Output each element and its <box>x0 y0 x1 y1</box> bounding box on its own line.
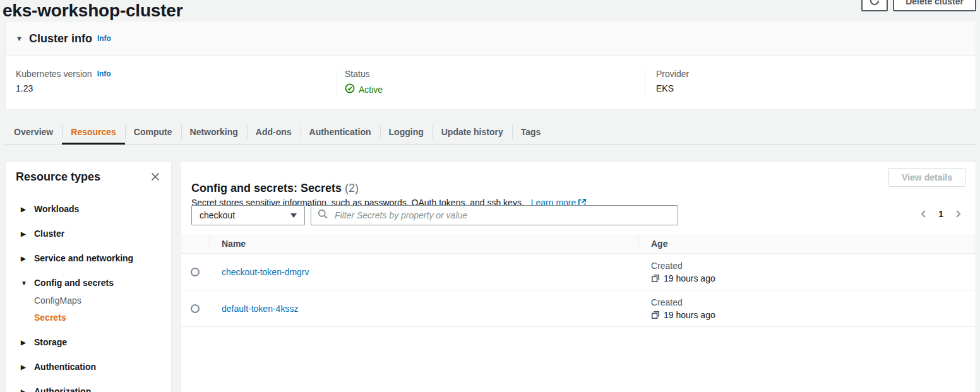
sidebar-item-cluster[interactable]: ▶ Cluster <box>21 227 164 241</box>
resource-group-service-networking: ▶ Service and networking <box>21 251 164 266</box>
resource-group-storage: ▶ Storage <box>21 335 164 350</box>
cluster-info-fields: Kubernetes version Info 1.23 Status Acti… <box>6 56 976 95</box>
resource-group-config-secrets: ▼ Config and secrets ConfigMaps Secrets <box>21 276 164 325</box>
sidebar-item-authentication[interactable]: ▶ Authentication <box>21 360 164 374</box>
chevron-right-icon: ▶ <box>21 384 28 392</box>
tab-update-history[interactable]: Update history <box>433 120 512 144</box>
chevron-right-icon: ▶ <box>21 202 28 217</box>
sidebar-item-label: Storage <box>34 335 67 350</box>
resource-group-workloads: ▶ Workloads <box>21 202 164 217</box>
chevron-right-icon: ▶ <box>21 335 28 350</box>
header-actions: Delete cluster <box>861 0 976 11</box>
status-check-icon <box>345 83 355 95</box>
chevron-left-icon <box>919 211 929 221</box>
sidebar-item-storage[interactable]: ▶ Storage <box>21 335 164 350</box>
resource-types-panel: Resource types ▶ Workloads ▶ Cluste <box>5 161 172 392</box>
row-radio-button[interactable] <box>191 304 200 313</box>
sidebar-item-label: Cluster <box>34 227 64 241</box>
created-label: Created <box>651 297 976 307</box>
tab-authentication[interactable]: Authentication <box>301 120 380 144</box>
page: eks-workshop-cluster Delete cluster ▼ Cl… <box>0 0 980 392</box>
sidebar-item-configmaps[interactable]: ConfigMaps <box>34 294 164 308</box>
tab-tags[interactable]: Tags <box>512 120 550 144</box>
cluster-info-info-link[interactable]: Info <box>97 34 111 43</box>
chevron-right-icon <box>953 211 963 221</box>
secrets-title: Config and secrets: Secrets (2) <box>191 177 359 195</box>
page-title: eks-workshop-cluster <box>3 1 182 21</box>
caret-down-icon <box>290 213 297 218</box>
age-cell: Created 19 hours ago <box>651 255 976 289</box>
config-secrets-sublist: ConfigMaps Secrets <box>21 294 164 325</box>
age-column-header: Age <box>638 239 976 249</box>
copy-icon[interactable] <box>651 311 660 319</box>
sidebar-item-label: Authentication <box>34 360 96 374</box>
view-details-button[interactable]: View details <box>888 168 965 187</box>
collapse-triangle-icon: ▼ <box>16 35 23 42</box>
refresh-icon <box>869 0 880 8</box>
sidebar-item-secrets[interactable]: Secrets <box>34 311 164 325</box>
field-provider: Provider EKS <box>645 69 965 95</box>
secret-name-link[interactable]: checkout-token-dmgrv <box>222 267 309 277</box>
resource-group-cluster: ▶ Cluster <box>21 227 164 241</box>
secrets-title-text: Config and secrets: Secrets <box>191 182 342 194</box>
sidebar-item-label: Authorization <box>34 384 91 392</box>
tab-networking[interactable]: Networking <box>181 120 247 144</box>
resource-type-list: ▶ Workloads ▶ Cluster ▶ Service and netw… <box>6 202 171 392</box>
sidebar-item-service-and-networking[interactable]: ▶ Service and networking <box>21 251 164 266</box>
sidebar-item-authorization[interactable]: ▶ Authorization <box>21 384 164 392</box>
table-header-row: Name Age <box>181 234 976 254</box>
secrets-panel: Config and secrets: Secrets (2) View det… <box>180 161 976 392</box>
tab-compute[interactable]: Compute <box>125 120 181 144</box>
secret-name-link[interactable]: default-token-4kssz <box>222 304 298 314</box>
chevron-right-icon: ▶ <box>21 227 28 241</box>
pagination: 1 <box>917 208 964 220</box>
provider-value: EKS <box>656 83 965 93</box>
row-radio-button[interactable] <box>191 268 200 276</box>
close-panel-button[interactable] <box>148 170 162 184</box>
page-number[interactable]: 1 <box>938 209 943 219</box>
resource-types-title: Resource types <box>16 170 100 184</box>
filter-dropdown[interactable]: checkout <box>191 205 305 225</box>
sidebar-item-label: Config and secrets <box>34 276 114 290</box>
sidebar-item-workloads[interactable]: ▶ Workloads <box>21 202 164 217</box>
previous-page-button[interactable] <box>917 208 930 220</box>
age-value: 19 hours ago <box>664 310 715 320</box>
chevron-down-icon: ▼ <box>21 276 28 290</box>
cluster-info-card: ▼ Cluster info Info Kubernetes version I… <box>5 21 976 110</box>
search-input[interactable] <box>333 210 671 221</box>
sidebar-item-label: Service and networking <box>34 251 133 266</box>
kubernetes-version-label: Kubernetes version <box>16 69 92 79</box>
kubernetes-version-info-link[interactable]: Info <box>97 69 111 78</box>
cluster-info-expander[interactable]: ▼ Cluster info Info <box>6 21 976 56</box>
filter-dropdown-value: checkout <box>200 210 235 220</box>
sidebar-item-config-and-secrets[interactable]: ▼ Config and secrets <box>21 276 164 290</box>
cluster-info-title: Cluster info <box>29 32 92 45</box>
table-row: checkout-token-dmgrv Created 19 hours a <box>181 254 976 290</box>
sidebar-item-label: Workloads <box>34 202 79 217</box>
tab-overview[interactable]: Overview <box>5 120 62 144</box>
table-row: default-token-4kssz Created 19 hours ag <box>181 290 976 327</box>
status-value: Active <box>359 85 383 95</box>
secrets-count: (2) <box>345 182 359 194</box>
next-page-button[interactable] <box>952 208 964 220</box>
refresh-button[interactable] <box>861 0 888 11</box>
chevron-right-icon: ▶ <box>21 251 28 266</box>
status-badge: Active <box>345 83 645 95</box>
chevron-right-icon: ▶ <box>21 360 28 374</box>
status-label: Status <box>345 69 370 79</box>
age-value: 19 hours ago <box>664 273 715 283</box>
search-icon <box>318 209 328 222</box>
field-status: Status Active <box>337 69 645 95</box>
cluster-tabs: Overview Resources Compute Networking Ad… <box>5 120 976 145</box>
resource-group-authorization: ▶ Authorization <box>21 384 164 392</box>
close-icon <box>151 174 160 183</box>
delete-cluster-button[interactable]: Delete cluster <box>893 0 976 11</box>
provider-label: Provider <box>656 69 689 79</box>
resource-types-header: Resource types <box>6 162 171 184</box>
name-column-header: Name <box>209 239 638 249</box>
tab-resources[interactable]: Resources <box>62 120 125 144</box>
tab-logging[interactable]: Logging <box>380 120 433 144</box>
copy-icon[interactable] <box>651 274 660 283</box>
age-cell: Created 19 hours ago <box>651 292 976 326</box>
tab-add-ons[interactable]: Add-ons <box>247 120 301 144</box>
